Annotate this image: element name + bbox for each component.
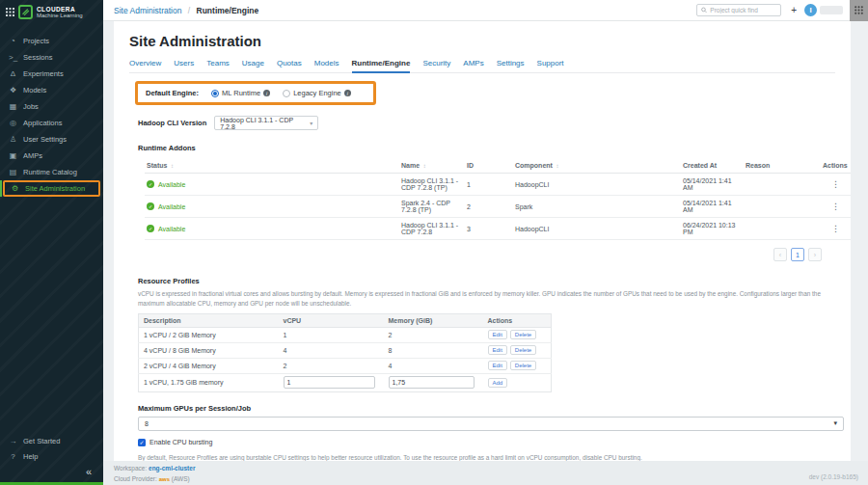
id-cell: 1 <box>465 174 513 196</box>
sidebar-item-experiments[interactable]: ΔExperiments <box>0 66 103 82</box>
column-header-component[interactable]: Component ↕ <box>513 158 681 174</box>
profile-vcpu-cell: 4 <box>279 342 384 358</box>
column-header-status[interactable]: Status ↕ <box>145 158 399 174</box>
status-text: Available <box>158 203 185 210</box>
hadoop-cli-select[interactable]: Hadoop CLI 3.1.1 - CDP 7.2.8 ▾ <box>214 116 318 130</box>
edit-button[interactable]: Edit <box>488 361 507 370</box>
page-1-button[interactable]: 1 <box>791 248 804 261</box>
footer: Workspace: eng-cml-cluster Cloud Provide… <box>103 461 868 485</box>
kebab-menu-icon[interactable]: ⋮ <box>831 224 840 233</box>
column-header-description: Description <box>139 313 279 327</box>
status-badge: ✓Available <box>147 225 397 232</box>
sidebar-item-label: Applications <box>23 119 62 127</box>
delete-button[interactable]: Delete <box>510 330 536 339</box>
tab-settings[interactable]: Settings <box>497 59 525 72</box>
sidebar: CLOUDERA Machine Learning ◔Projects>_Ses… <box>0 0 103 485</box>
sidebar-item-label: User Settings <box>23 135 67 144</box>
prev-page-button[interactable]: ‹ <box>773 248 787 261</box>
sidebar-item-jobs[interactable]: ▦Jobs <box>0 98 103 115</box>
delete-button[interactable]: Delete <box>510 361 536 370</box>
column-header-actions[interactable]: Actions <box>821 158 851 174</box>
search-box[interactable] <box>696 4 781 16</box>
sort-icon[interactable]: ↕ <box>421 163 426 169</box>
profile-vcpu-cell: 2 <box>279 358 384 373</box>
profile-memory-cell: 2 <box>384 327 483 342</box>
radio-label: Legacy Engine <box>293 89 341 97</box>
resource-profiles-description: vCPU is expressed in fractional virtual … <box>138 289 844 309</box>
tab-quotas[interactable]: Quotas <box>277 59 302 72</box>
sort-icon[interactable]: ↕ <box>169 163 174 169</box>
app-switcher-button[interactable] <box>850 0 868 21</box>
column-header-reason[interactable]: Reason <box>744 158 821 174</box>
column-header-created-at[interactable]: Created At <box>681 158 744 174</box>
radio-option-legacy-engine[interactable]: Legacy Enginei <box>283 89 351 97</box>
cpu-bursting-description: By default, Resource Profiles are using … <box>138 453 844 461</box>
cloudera-ml-logo-icon[interactable] <box>18 5 33 19</box>
id-cell: 3 <box>465 218 513 240</box>
avatar[interactable]: I <box>804 4 817 16</box>
sidebar-item-projects[interactable]: ◔Projects <box>0 33 103 49</box>
status-cell: ✓Available <box>145 218 399 240</box>
sidebar-item-applications[interactable]: ◎Applications <box>0 115 103 131</box>
ml-runtime-radio[interactable] <box>211 90 219 97</box>
sidebar-item-models[interactable]: ❖Models <box>0 82 103 98</box>
sort-icon[interactable]: ↕ <box>555 163 559 169</box>
edit-button[interactable]: Edit <box>488 330 507 339</box>
sidebar-item-help[interactable]: ?Help <box>0 448 103 464</box>
radio-label: ML Runtime <box>222 89 260 97</box>
new-profile-description: 1 vCPU, 1.75 GiB memory <box>139 373 279 391</box>
tab-support[interactable]: Support <box>537 59 564 72</box>
breadcrumb-separator: / <box>188 6 190 15</box>
radio-option-ml-runtime[interactable]: ML Runtimei <box>211 89 270 97</box>
info-icon[interactable]: i <box>263 90 270 96</box>
status-text: Available <box>158 226 185 232</box>
sidebar-item-label: Help <box>23 452 38 461</box>
column-header-id[interactable]: ID <box>465 158 513 174</box>
new-profile-vcpu-input[interactable] <box>284 376 375 389</box>
tab-amps[interactable]: AMPs <box>463 59 483 72</box>
column-header-name[interactable]: Name ↕ <box>399 158 465 174</box>
tab-overview[interactable]: Overview <box>129 59 161 72</box>
legacy-engine-radio[interactable] <box>283 90 290 97</box>
sidebar-item-get-started[interactable]: →Get Started <box>0 433 103 448</box>
sidebar-item-amps[interactable]: ▣AMPs <box>0 148 103 164</box>
tab-models[interactable]: Models <box>314 59 339 72</box>
projects-icon: ◔ <box>9 37 17 45</box>
cpu-bursting-checkbox[interactable]: ✓ <box>138 439 146 446</box>
runtime-addons-table: Status ↕Name ↕IDComponent ↕Created AtRea… <box>145 158 851 240</box>
breadcrumb-site-administration[interactable]: Site Administration <box>114 6 181 15</box>
max-gpus-select[interactable]: 8 ▾ <box>138 417 844 431</box>
collapse-sidebar-icon[interactable]: « <box>86 466 92 477</box>
kebab-menu-icon[interactable]: ⋮ <box>831 179 840 189</box>
status-badge: ✓Available <box>147 202 397 210</box>
sidebar-item-runtime-catalog[interactable]: ▤Runtime Catalog <box>0 164 103 180</box>
kebab-menu-icon[interactable]: ⋮ <box>831 202 840 211</box>
add-profile-button[interactable]: Add <box>488 378 508 388</box>
menu-grid-icon[interactable] <box>6 8 14 16</box>
delete-button[interactable]: Delete <box>510 345 536 355</box>
tab-users[interactable]: Users <box>174 59 194 72</box>
tab-runtime-engine[interactable]: Runtime/Engine <box>352 59 411 72</box>
profile-memory-cell: 4 <box>384 358 483 373</box>
next-page-button[interactable]: › <box>808 248 822 261</box>
workspace-link[interactable]: eng-cml-cluster <box>149 465 195 472</box>
profile-vcpu-cell: 1 <box>279 327 384 342</box>
tab-security[interactable]: Security <box>422 59 450 72</box>
sidebar-item-label: Experiments <box>23 69 64 78</box>
sidebar-item-site-administration[interactable]: ⚙Site Administration <box>3 180 100 197</box>
tab-teams[interactable]: Teams <box>206 59 230 72</box>
edit-button[interactable]: Edit <box>488 345 507 355</box>
name-cell: Hadoop CLI 3.1.1 - CDP 7.2.8 <box>399 218 465 240</box>
info-icon[interactable]: i <box>344 90 351 96</box>
sidebar-item-user-settings[interactable]: ♙User Settings <box>0 131 103 148</box>
column-header-actions: Actions <box>483 313 552 327</box>
actions-cell: ⋮ <box>821 196 851 218</box>
tab-usage[interactable]: Usage <box>242 59 264 72</box>
search-input[interactable] <box>710 7 776 13</box>
default-engine-options: ML RuntimeiLegacy Enginei <box>211 89 351 97</box>
new-profile-memory-input[interactable] <box>389 376 475 389</box>
sidebar-item-sessions[interactable]: >_Sessions <box>0 49 103 66</box>
plus-icon[interactable]: + <box>791 5 797 15</box>
sidebar-item-label: Models <box>23 86 46 94</box>
profile-description-cell: 1 vCPU / 2 GiB Memory <box>139 327 279 342</box>
